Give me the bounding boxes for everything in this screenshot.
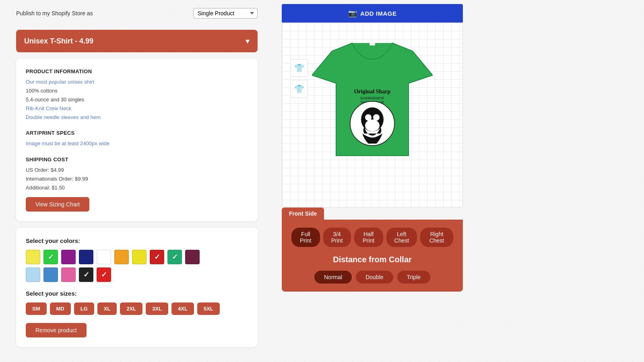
- three-quarter-print-button[interactable]: 3/4 Print: [323, 228, 351, 247]
- add-image-bar[interactable]: 📷 ADD IMAGE: [282, 4, 463, 23]
- product-accordion[interactable]: Unisex T-Shirt - 4.99 ▾: [16, 30, 258, 52]
- color-swatch-brightyellow[interactable]: [132, 250, 147, 264]
- product-neck: Rib-Knit Crew Neck: [26, 104, 248, 113]
- color-swatches-row1: ✓ ✓ ✓: [26, 250, 248, 264]
- shipping-additional: Additional: $1.50: [26, 183, 248, 192]
- product-popular: Our most popular unisex shirt: [26, 78, 248, 86]
- product-info-card: PRODUCT INFORMATION Our most popular uni…: [16, 59, 258, 221]
- camera-icon: 📷: [348, 9, 357, 18]
- svg-rect-0: [369, 42, 375, 45]
- product-needle: Double needle sleeves and hem: [26, 113, 248, 122]
- view-thumbnails: 👕 👕: [290, 59, 308, 98]
- product-cotton: 100% cottons: [26, 86, 248, 95]
- sizes-label: Select your sizes:: [26, 290, 248, 297]
- size-sm-button[interactable]: SM: [26, 302, 47, 315]
- svg-text:BARBERSHOP: BARBERSHOP: [360, 96, 384, 100]
- colors-sizes-card: Select your colors: ✓: [16, 228, 258, 347]
- size-5xl-button[interactable]: 5XL: [197, 302, 220, 315]
- tshirt-svg: Original Sharp BARBERSHOP SHAVE PARLOR: [312, 35, 433, 164]
- normal-collar-button[interactable]: Normal: [314, 271, 352, 284]
- size-lg-button[interactable]: LG: [74, 302, 94, 315]
- svg-point-8: [373, 114, 380, 121]
- svg-point-7: [365, 114, 372, 121]
- color-swatch-green[interactable]: ✓: [43, 250, 58, 264]
- shipping-intl: Internationals Order: $9.99: [26, 175, 248, 183]
- color-swatch-blue[interactable]: [43, 267, 58, 282]
- sizes-section: Select your sizes: SM MD LG XL 2XL 3XL 4…: [26, 290, 248, 337]
- checkmark-icon: ✓: [101, 270, 107, 279]
- triple-collar-button[interactable]: Triple: [397, 271, 431, 284]
- collar-distance-buttons: Normal Double Triple: [291, 271, 453, 284]
- publish-label: Publish to my Shopify Store as: [16, 10, 93, 16]
- art-specs-text: Image must be at least 2400px wide: [26, 139, 248, 148]
- color-swatch-red[interactable]: ✓: [150, 250, 164, 264]
- size-3xl-button[interactable]: 3XL: [146, 302, 168, 315]
- half-print-button[interactable]: Half Print: [354, 228, 383, 247]
- checkmark-icon: ✓: [48, 253, 54, 261]
- shipping-us: US Order: $4.99: [26, 166, 248, 175]
- view-sizing-chart-button[interactable]: View Sizing Chart: [26, 197, 89, 212]
- full-print-button[interactable]: Full Print: [291, 228, 320, 247]
- color-swatch-black[interactable]: ✓: [79, 267, 93, 282]
- color-swatch-yellow[interactable]: [26, 250, 40, 264]
- product-type-select[interactable]: Single Product Multiple Products Variant…: [193, 8, 258, 19]
- back-view-thumb[interactable]: 👕: [290, 80, 308, 98]
- front-view-thumb[interactable]: 👕: [290, 59, 308, 77]
- color-swatch-navy[interactable]: [79, 250, 93, 264]
- shipping-title: SHIPPING COST: [26, 156, 248, 162]
- left-chest-button[interactable]: Left Chest: [386, 228, 417, 247]
- size-2xl-button[interactable]: 2XL: [120, 302, 142, 315]
- product-title: Unisex T-Shirt - 4.99: [24, 37, 93, 45]
- add-image-label: ADD IMAGE: [360, 10, 396, 17]
- checkmark-icon: ✓: [83, 270, 89, 279]
- product-info-title: PRODUCT INFORMATION: [26, 68, 248, 74]
- chevron-down-icon: ▾: [246, 36, 250, 46]
- checkmark-icon: ✓: [154, 253, 160, 261]
- color-swatches-row2: ✓ ✓: [26, 267, 248, 282]
- color-swatch-orange[interactable]: [114, 250, 129, 264]
- remove-product-button[interactable]: Remove product: [26, 323, 87, 337]
- checkmark-icon: ✓: [172, 253, 178, 261]
- color-swatch-purple[interactable]: [61, 250, 76, 264]
- size-buttons-container: SM MD LG XL 2XL 3XL 4XL 5XL: [26, 302, 248, 315]
- front-side-tab[interactable]: Front Side: [282, 208, 324, 220]
- size-md-button[interactable]: MD: [50, 302, 71, 315]
- double-collar-button[interactable]: Double: [356, 271, 393, 284]
- color-swatch-teal[interactable]: ✓: [167, 250, 182, 264]
- color-swatch-white[interactable]: [97, 250, 111, 264]
- size-4xl-button[interactable]: 4XL: [171, 302, 194, 315]
- color-swatch-brightred[interactable]: ✓: [97, 267, 111, 282]
- art-specs-title: ART/PRINT SPECS: [26, 130, 248, 136]
- svg-point-6: [365, 119, 380, 132]
- svg-text:Original Sharp: Original Sharp: [354, 88, 391, 95]
- color-swatch-lightblue[interactable]: [26, 267, 40, 282]
- colors-label: Select your colors:: [26, 237, 248, 244]
- product-ounce: 5.4-ounce and 30 singles: [26, 95, 248, 104]
- print-type-buttons: Full Print 3/4 Print Half Print Left Che…: [291, 228, 453, 247]
- print-options-panel: Full Print 3/4 Print Half Print Left Che…: [282, 220, 463, 292]
- size-xl-button[interactable]: XL: [97, 302, 117, 315]
- right-panel: 📷 ADD IMAGE Original Sharp BARBERSHOP S: [274, 0, 644, 362]
- design-canvas: Original Sharp BARBERSHOP SHAVE PARLOR: [282, 23, 463, 208]
- color-swatch-maroon[interactable]: [185, 250, 200, 264]
- color-swatch-pink[interactable]: [61, 267, 76, 282]
- right-chest-button[interactable]: Right Chest: [420, 228, 453, 247]
- distance-label: Distance from Collar: [291, 255, 453, 264]
